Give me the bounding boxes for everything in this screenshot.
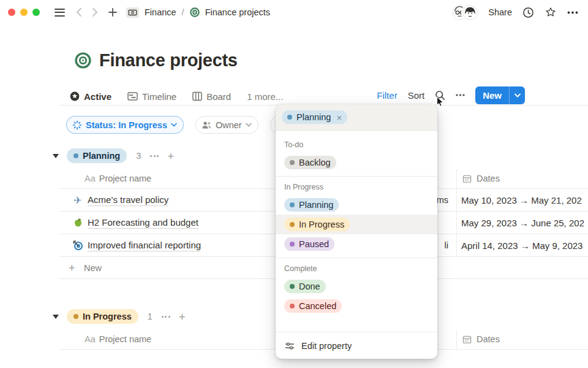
status-filter-dropdown: Planning × To-do Backlog In Progress Pla…	[276, 104, 437, 359]
collapse-triangle-icon[interactable]	[53, 154, 59, 158]
more-options-icon[interactable]	[567, 11, 578, 14]
sidebar-toggle-icon[interactable]	[55, 9, 65, 17]
green-apple-icon	[72, 217, 84, 229]
remove-tag-icon[interactable]: ×	[336, 112, 342, 123]
status-option-backlog[interactable]: Backlog	[276, 153, 437, 172]
zoom-window-button[interactable]	[32, 9, 40, 16]
more-views-button[interactable]: 1 more...	[247, 91, 283, 102]
sliders-icon	[285, 342, 295, 350]
avatar	[462, 5, 478, 20]
collaborator-avatars[interactable]	[452, 5, 478, 20]
status-option-done[interactable]: Done	[276, 277, 437, 296]
dates-cell[interactable]: May 10, 2023 → May 21, 202	[461, 195, 588, 205]
target-icon	[190, 7, 200, 17]
group-header-in-progress: In Progress 1 +	[53, 308, 186, 325]
dartboard-icon	[72, 239, 84, 251]
share-button[interactable]: Share	[488, 7, 512, 17]
group-options-icon[interactable]	[162, 316, 170, 318]
close-window-button[interactable]	[8, 9, 15, 16]
people-icon	[202, 121, 212, 129]
airplane-icon: ✈	[72, 194, 84, 206]
column-divider[interactable]	[456, 330, 457, 350]
back-icon[interactable]	[76, 7, 82, 17]
project-name-column-header[interactable]: AaProject name	[85, 174, 151, 183]
group-header-planning: Planning 3 +	[53, 147, 174, 164]
dates-column-header[interactable]: Dates	[462, 334, 500, 344]
new-page-icon[interactable]	[108, 7, 118, 17]
status-option-in-progress[interactable]: In Progress	[276, 215, 437, 234]
status-option-paused[interactable]: Paused	[276, 234, 437, 254]
favorite-star-icon[interactable]	[545, 6, 557, 18]
calendar-icon	[462, 174, 472, 183]
group-add-icon[interactable]: +	[179, 311, 186, 323]
dates-cell[interactable]: April 14, 2023 → May 9, 2023	[461, 240, 588, 251]
updates-clock-icon[interactable]	[522, 7, 534, 18]
text-type-icon: Aa	[85, 174, 96, 183]
row-title[interactable]: H2 Forecasting and budget	[88, 217, 198, 229]
status-section-label: Complete	[276, 258, 437, 277]
banknote-icon[interactable]	[126, 7, 139, 18]
tab-active-view[interactable]: Active	[70, 91, 111, 102]
tab-timeline-view[interactable]: Timeline	[127, 91, 176, 102]
project-name-column-header[interactable]: AaProject name	[85, 334, 151, 344]
timeline-view-icon	[127, 91, 138, 101]
chevron-down-icon	[246, 123, 252, 127]
status-section-label: In Progress	[276, 177, 437, 195]
column-divider[interactable]	[456, 169, 457, 189]
group-options-icon[interactable]	[150, 155, 159, 157]
selected-tag-planning[interactable]: Planning ×	[282, 110, 347, 124]
status-option-planning[interactable]: Planning	[276, 195, 437, 215]
row-title[interactable]: Acme’s travel policy	[88, 194, 168, 206]
breadcrumb: Finance / Finance projects	[126, 7, 270, 18]
sort-button[interactable]: Sort	[408, 90, 425, 101]
board-view-icon	[192, 91, 202, 101]
page-target-icon[interactable]	[75, 52, 91, 69]
status-option-canceled[interactable]: Canceled	[276, 296, 437, 316]
group-status-tag[interactable]: Planning	[67, 148, 127, 163]
edit-property-button[interactable]: Edit property	[276, 332, 437, 359]
notion-window: Finance / Finance projects Share Finance…	[0, 0, 588, 368]
view-options-icon[interactable]	[456, 94, 465, 96]
mouse-cursor	[436, 96, 445, 107]
group-count: 1	[148, 312, 153, 321]
page-title: Finance projects	[99, 50, 238, 71]
traffic-lights	[8, 9, 40, 16]
status-option-list: To-do Backlog In Progress Planning In Pr…	[276, 131, 437, 332]
tab-board-view[interactable]: Board	[192, 91, 231, 102]
status-section-label: To-do	[276, 134, 437, 153]
new-button[interactable]: New	[475, 86, 525, 104]
window-titlebar: Finance / Finance projects Share	[0, 0, 588, 25]
status-icon	[72, 120, 82, 130]
owner-filter-chip[interactable]: Owner	[195, 116, 258, 134]
group-add-icon[interactable]: +	[167, 150, 174, 162]
new-dropdown-chevron-icon[interactable]	[510, 86, 525, 104]
calendar-icon	[462, 335, 472, 344]
plus-icon: +	[69, 263, 75, 274]
row-title[interactable]: Improved financial reporting	[88, 240, 201, 251]
minimize-window-button[interactable]	[20, 9, 28, 16]
breadcrumb-separator: /	[182, 7, 184, 17]
column-divider	[456, 212, 457, 234]
status-filter-chip[interactable]: Status: In Progress	[66, 116, 184, 134]
status-filter-search-input[interactable]: Planning ×	[276, 104, 437, 131]
column-divider	[456, 189, 457, 212]
dates-cell[interactable]: May 29, 2023 → June 25, 202	[461, 218, 588, 228]
text-type-icon: Aa	[85, 334, 96, 344]
group-count: 3	[136, 151, 141, 161]
collapse-triangle-icon[interactable]	[53, 315, 59, 319]
column-divider	[456, 234, 457, 257]
starred-view-icon	[70, 91, 80, 101]
breadcrumb-current[interactable]: Finance projects	[205, 7, 270, 17]
filter-button[interactable]: Filter	[377, 90, 397, 101]
forward-icon[interactable]	[92, 7, 98, 17]
group-status-tag[interactable]: In Progress	[67, 309, 138, 324]
chevron-down-icon	[171, 123, 177, 127]
dates-column-header[interactable]: Dates	[462, 174, 500, 183]
breadcrumb-parent[interactable]: Finance	[145, 7, 176, 17]
